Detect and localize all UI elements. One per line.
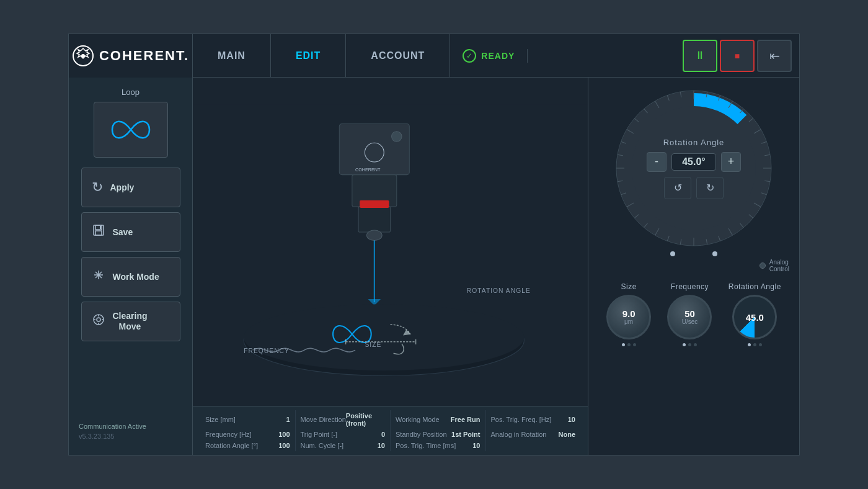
tab-edit[interactable]: EDIT — [271, 34, 346, 77]
logo-area: COHERENT. — [69, 34, 193, 78]
svg-point-1 — [81, 54, 85, 58]
controls-area: Rotation Angle - 45.0° + ↺ ↻ — [588, 78, 799, 455]
tab-account[interactable]: ACCOUNT — [346, 34, 450, 77]
analog-dot — [760, 262, 766, 269]
svg-text:COHERENT: COHERENT — [355, 167, 381, 173]
svg-rect-23 — [360, 200, 389, 208]
svg-text:ROTATION ANGLE: ROTATION ANGLE — [467, 287, 531, 294]
svg-point-22 — [392, 132, 402, 141]
dial-dots — [670, 251, 717, 256]
frequency-knob-value: 50 — [684, 309, 695, 318]
knobs-row: Size 9.0 μm Frequency 50 U/sec — [598, 282, 789, 346]
loop-card[interactable] — [94, 102, 168, 158]
dial-ccw-button[interactable]: ↺ — [664, 177, 691, 199]
stop-icon: ■ — [735, 51, 740, 61]
exit-icon: ⇥ — [769, 48, 780, 63]
size-knob[interactable]: 9.0 μm — [606, 295, 651, 339]
table-cell: Size [mm] 1 — [200, 410, 296, 429]
frequency-knob-unit: U/sec — [682, 318, 698, 325]
work-mode-icon — [92, 268, 105, 285]
table-cell: Working Mode Free Run — [391, 410, 486, 429]
pause-button[interactable]: ⏸ — [683, 40, 717, 72]
clearing-move-icon — [92, 313, 105, 330]
rotation-knob[interactable]: 45.0 — [732, 295, 777, 339]
viz-svg: COHERENT — [193, 78, 588, 406]
main-content: Loop ↻ Apply Save Work Mode — [69, 78, 799, 455]
frequency-knob-dots — [683, 343, 697, 346]
rotation-knob-value: 45.0 — [746, 313, 764, 322]
dial-wrapper: Rotation Angle - 45.0° + ↺ ↻ — [613, 87, 774, 249]
status-area: ✓ READY — [450, 49, 528, 63]
status-text: READY — [481, 51, 515, 61]
version-text: v5.3.23.135 — [79, 433, 182, 440]
svg-rect-4 — [95, 231, 102, 235]
size-knob-value: 9.0 — [622, 309, 636, 318]
table-cell: Num. Cycle [-] 10 — [296, 440, 391, 451]
table-cell: Frequency [Hz] 100 — [200, 429, 296, 440]
stop-button[interactable]: ■ — [720, 40, 755, 72]
dial-arrows: ↺ ↻ — [664, 177, 724, 199]
table-row-1: Size [mm] 1 Move Direction Positive (fro… — [200, 410, 580, 429]
header-buttons: ⏸ ■ ⇥ — [675, 40, 799, 72]
table-cell: Trig Point [-] 0 — [296, 429, 391, 440]
rotation-knob-dots — [748, 343, 762, 346]
table-cell — [486, 440, 581, 451]
svg-point-24 — [366, 230, 382, 240]
header: COHERENT. MAIN EDIT ACCOUNT ✓ READY ⏸ ■ … — [69, 34, 799, 78]
exit-button[interactable]: ⇥ — [757, 40, 792, 72]
sidebar: Loop ↻ Apply Save Work Mode — [69, 78, 193, 455]
status-icon: ✓ — [463, 49, 476, 63]
table-cell: Analog in Rotation None — [486, 429, 581, 440]
apply-icon: ↻ — [92, 179, 103, 195]
app-container: COHERENT. MAIN EDIT ACCOUNT ✓ READY ⏸ ■ … — [68, 34, 800, 455]
svg-rect-5 — [100, 226, 101, 229]
dial-value: 45.0° — [671, 153, 716, 171]
nav-tabs: MAIN EDIT ACCOUNT ✓ READY — [193, 34, 675, 77]
apply-button[interactable]: ↻ Apply — [81, 168, 180, 207]
dial-inner: Rotation Angle - 45.0° + ↺ ↻ — [632, 106, 756, 230]
dial-controls: - 45.0° + — [647, 152, 741, 172]
loop-label: Loop — [122, 87, 140, 97]
frequency-knob[interactable]: 50 U/sec — [667, 295, 712, 339]
dial-dot-left — [670, 251, 675, 256]
viz-area: COHERENT — [193, 78, 588, 455]
rotation-knob-title: Rotation Angle — [728, 282, 781, 291]
clearing-move-label: Clearing Move — [113, 311, 148, 332]
table-row-3: Rotation Angle [°] 100 Num. Cycle [-] 10… — [200, 440, 580, 451]
table-cell: Pos. Trig. Time [ms] 10 — [391, 440, 486, 451]
dial-increment-button[interactable]: + — [721, 152, 741, 172]
table-cell: Move Direction Positive (front) — [296, 410, 391, 429]
svg-point-28 — [244, 304, 524, 370]
tab-main[interactable]: MAIN — [193, 34, 271, 77]
size-knob-unit: μm — [624, 318, 633, 325]
save-icon — [92, 223, 105, 241]
analog-label: AnalogControl — [769, 259, 789, 272]
size-knob-dots — [622, 343, 636, 346]
clearing-move-button[interactable]: Clearing Move — [81, 302, 180, 341]
coherent-logo-icon — [72, 45, 94, 67]
svg-rect-19 — [358, 207, 390, 232]
rotation-dial-container: Rotation Angle - 45.0° + ↺ ↻ — [598, 87, 789, 272]
viz-canvas: COHERENT — [193, 78, 588, 406]
loop-icon — [103, 114, 159, 145]
dial-title: Rotation Angle — [663, 138, 725, 147]
work-mode-label: Work Mode — [113, 272, 159, 282]
dial-decrement-button[interactable]: - — [647, 152, 666, 172]
work-mode-button[interactable]: Work Mode — [81, 257, 180, 297]
dial-cw-button[interactable]: ↻ — [696, 177, 724, 199]
rotation-knob-group: Rotation Angle 45.0 — [728, 282, 781, 346]
table-cell: Rotation Angle [°] 100 — [200, 440, 296, 451]
svg-text:SIZE: SIZE — [365, 341, 381, 348]
pause-icon: ⏸ — [694, 49, 706, 62]
logo-text: COHERENT. — [99, 48, 189, 64]
frequency-knob-title: Frequency — [671, 282, 709, 291]
save-button[interactable]: Save — [81, 212, 180, 252]
analog-control: AnalogControl — [760, 259, 789, 272]
save-label: Save — [113, 227, 133, 238]
table-cell: Standby Position 1st Point — [391, 429, 486, 440]
size-knob-title: Size — [621, 282, 636, 291]
table-cell: Pos. Trig. Freq. [Hz] 10 — [486, 410, 581, 429]
sidebar-footer: Communication Active v5.3.23.135 — [75, 418, 186, 445]
table-row-2: Frequency [Hz] 100 Trig Point [-] 0 Stan… — [200, 429, 580, 440]
apply-label: Apply — [110, 182, 135, 193]
